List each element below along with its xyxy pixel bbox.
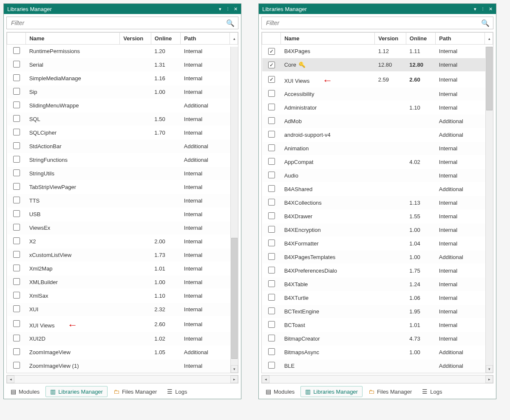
table-row[interactable]: B4XDrawer1.55Internal <box>262 210 493 223</box>
library-checkbox[interactable] <box>268 253 275 260</box>
library-checkbox[interactable]: ✓ <box>268 76 275 83</box>
table-row[interactable]: B4ASharedAdditional <box>262 183 493 196</box>
table-row[interactable]: ✓XUI Views←2.592.60Internal <box>262 72 493 87</box>
tab-logs[interactable]: ☰Logs <box>163 386 191 397</box>
library-checkbox[interactable] <box>13 61 20 68</box>
tab-libraries-manager[interactable]: ▥Libraries Manager <box>45 386 108 397</box>
table-row[interactable]: TTSInternal <box>7 194 238 208</box>
table-row[interactable]: StringUtilsInternal <box>7 167 238 180</box>
table-row[interactable]: Sip1.00Internal <box>7 85 238 99</box>
table-row[interactable]: BLEAdditional <box>262 359 493 373</box>
table-row[interactable]: BCTextEngine1.95Internal <box>262 305 493 319</box>
library-checkbox[interactable]: ✓ <box>268 62 275 68</box>
table-row[interactable]: X22.00Internal <box>7 235 238 248</box>
table-row[interactable]: BCToast1.01Internal <box>262 319 493 332</box>
table-row[interactable]: XMLBuilder1.00Internal <box>7 276 238 289</box>
search-icon[interactable]: 🔍 <box>481 19 490 27</box>
close-icon[interactable]: ✕ <box>487 5 494 13</box>
library-checkbox[interactable] <box>13 224 20 231</box>
vertical-scrollbar[interactable]: ▾ <box>485 47 493 373</box>
library-checkbox[interactable] <box>268 362 275 369</box>
scroll-right-button[interactable]: ▸ <box>230 375 238 383</box>
table-row[interactable]: B4XTable1.24Internal <box>262 278 493 291</box>
scroll-up-button[interactable]: ▴ <box>230 33 238 45</box>
library-checkbox[interactable] <box>268 212 275 219</box>
filter-input[interactable] <box>265 19 481 27</box>
library-checkbox[interactable] <box>13 101 20 108</box>
col-name[interactable]: Name <box>26 33 120 45</box>
table-row[interactable]: StringFunctionsAdditional <box>7 153 238 167</box>
table-row[interactable]: AccessibilityInternal <box>262 87 493 101</box>
scroll-left-button[interactable]: ◂ <box>7 375 14 383</box>
col-check[interactable] <box>7 33 26 45</box>
table-row[interactable]: XUI2.32Internal <box>7 303 238 316</box>
table-row[interactable]: android-support-v4Additional <box>262 128 493 142</box>
library-checkbox[interactable] <box>13 265 20 271</box>
library-checkbox[interactable] <box>268 307 275 314</box>
library-checkbox[interactable] <box>13 88 20 95</box>
library-checkbox[interactable] <box>268 321 275 328</box>
table-row[interactable]: BitmapCreator4.73Internal <box>262 332 493 346</box>
library-checkbox[interactable] <box>13 156 20 163</box>
library-checkbox[interactable] <box>13 251 20 258</box>
filter-input[interactable] <box>10 19 226 27</box>
tab-modules[interactable]: ▤Modules <box>261 386 299 397</box>
library-checkbox[interactable] <box>268 348 275 355</box>
col-version[interactable]: Version <box>120 33 151 45</box>
library-checkbox[interactable] <box>268 240 275 246</box>
horizontal-scrollbar[interactable]: ◂ ▸ <box>6 375 238 383</box>
library-checkbox[interactable] <box>268 199 275 206</box>
pin-icon[interactable]: ⸽ <box>224 5 232 13</box>
table-row[interactable]: Serial1.31Internal <box>7 58 238 72</box>
library-checkbox[interactable] <box>13 197 20 203</box>
library-checkbox[interactable] <box>268 144 275 151</box>
library-checkbox[interactable] <box>268 226 275 233</box>
tab-files-manager[interactable]: 🗀Files Manager <box>364 386 416 397</box>
tab-modules[interactable]: ▤Modules <box>6 386 44 397</box>
table-row[interactable]: ✓B4XPages1.121.11Internal <box>262 45 493 58</box>
col-online[interactable]: Online <box>151 33 180 45</box>
table-row[interactable]: xCustomListView1.73Internal <box>7 248 238 262</box>
table-row[interactable]: B4XPreferencesDialo1.75Internal <box>262 264 493 278</box>
scroll-down-button[interactable]: ▾ <box>486 365 493 373</box>
library-checkbox[interactable] <box>13 169 20 176</box>
table-row[interactable]: XmlSax1.10Internal <box>7 289 238 303</box>
scroll-down-button[interactable]: ▾ <box>231 365 238 373</box>
scroll-thumb[interactable] <box>486 47 493 110</box>
library-checkbox[interactable] <box>13 335 20 341</box>
pin-icon[interactable]: ⸽ <box>479 5 487 13</box>
library-checkbox[interactable] <box>268 335 275 341</box>
table-row[interactable]: B4XTurtle1.06Internal <box>262 291 493 305</box>
table-row[interactable]: Xml2Map1.01Internal <box>7 262 238 276</box>
table-row[interactable]: ViewsExInternal <box>7 221 238 235</box>
table-row[interactable]: RuntimePermissions1.20Internal <box>7 45 238 58</box>
library-checkbox[interactable] <box>13 348 20 355</box>
vertical-scrollbar[interactable]: ▾ <box>230 47 238 373</box>
scroll-left-button[interactable]: ◂ <box>262 375 269 383</box>
library-checkbox[interactable] <box>268 294 275 301</box>
library-checkbox[interactable] <box>268 172 275 178</box>
table-row[interactable]: B4XCollections1.13Internal <box>262 196 493 210</box>
scroll-right-button[interactable]: ▸ <box>485 375 493 383</box>
library-checkbox[interactable] <box>268 158 275 165</box>
library-checkbox[interactable] <box>268 185 275 192</box>
table-row[interactable]: AdMobAdditional <box>262 115 493 128</box>
table-row[interactable]: ZoomImageView1.05Additional <box>7 346 238 359</box>
library-checkbox[interactable] <box>268 131 275 138</box>
table-row[interactable]: AppCompat4.02Internal <box>262 155 493 169</box>
library-checkbox[interactable] <box>13 115 20 122</box>
library-checkbox[interactable] <box>13 47 20 54</box>
library-checkbox[interactable] <box>268 90 275 97</box>
table-row[interactable]: SimpleMediaManage1.16Internal <box>7 72 238 85</box>
tab-libraries-manager[interactable]: ▥Libraries Manager <box>300 386 363 397</box>
table-row[interactable]: B4XFormatter1.04Internal <box>262 237 493 251</box>
library-checkbox[interactable] <box>268 104 275 110</box>
table-row[interactable]: USBInternal <box>7 208 238 221</box>
col-path[interactable]: Path <box>436 33 485 45</box>
table-row[interactable]: StdActionBarAdditional <box>7 140 238 153</box>
table-row[interactable]: XUI2D1.02Internal <box>7 332 238 346</box>
table-row[interactable]: Administrator1.10Internal <box>262 101 493 115</box>
library-checkbox[interactable] <box>13 305 20 312</box>
library-checkbox[interactable] <box>13 292 20 299</box>
table-row[interactable]: BitmapsAsync1.00Additional <box>262 346 493 359</box>
